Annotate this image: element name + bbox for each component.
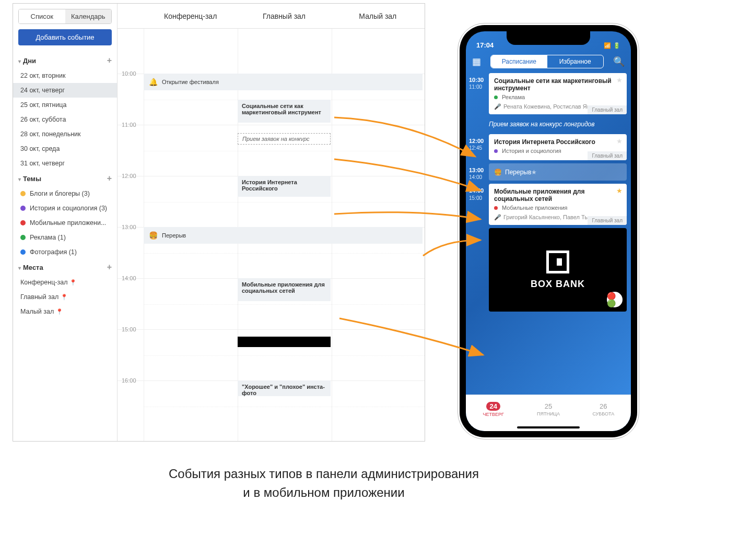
day-item[interactable]: 28 окт, понедельник [13,127,117,141]
caret-icon: ▾ [18,176,21,182]
section-places[interactable]: ▾Места + [13,259,117,275]
event-social[interactable]: Социальные сети как маркетинговый инстру… [238,100,331,123]
ad-fab-button[interactable]: 🔴🟢 [607,292,623,307]
theme-label: История и социология (3) [30,205,107,212]
break-card[interactable]: 🍔 Перерыв ★ [489,163,627,181]
segment-control: Расписание Избранное [490,55,604,68]
notch [507,31,590,45]
event-mobile[interactable]: Мобильные приложения для социальных сете… [238,278,331,301]
time-column: 14:00 15:00 [466,184,489,225]
pin-icon: 📍 [61,294,68,301]
theme-item[interactable]: Реклама (1) [13,230,117,245]
add-event-button[interactable]: Добавить событие [18,29,112,45]
card-title: Мобильные приложения для социальных сете… [494,188,621,202]
ad-block[interactable]: BOX BANK 🔴🟢 [489,228,627,312]
speakers-text: Рената Кожевина, Ростислав Ящин [503,103,598,110]
ad-logo-icon [546,251,569,273]
event-break[interactable]: 🍔 Перерыв [144,227,423,244]
phone-screen: 17:04 📶 🔋 ▦ Расписание Избранное 🔍 10:30… [466,31,631,431]
place-item[interactable]: Малый зал📍 [13,304,117,319]
color-dot-icon [494,96,498,99]
coffee-icon: 🍔 [149,231,158,240]
caption-line: и в мобильном приложении [0,483,648,502]
day-item[interactable]: 24 окт, четверг [13,83,117,98]
bottom-tab[interactable]: 25 ПЯТНИЦА [521,395,576,424]
tab-schedule[interactable]: Расписание [491,55,547,68]
event-opening[interactable]: 🔔 Открытие фестиваля [144,74,423,90]
event-title: Перерыв [162,232,186,239]
time-end: 11:00 [469,84,489,90]
theme-item[interactable]: Мобильные приложени... [13,216,117,230]
dots-icon: 🔴🟢 [607,292,623,307]
event-card[interactable]: Социальные сети как маркетинговый инстру… [489,73,627,114]
day-item[interactable]: 22 окт, вторник [13,68,117,83]
pin-icon: 📍 [69,279,77,286]
theme-label: Реклама (1) [30,234,66,241]
feed-banner[interactable]: Прием заявок на конкурс лонгридов [466,117,631,131]
event-photo[interactable]: "Хорошее" и "плохое" инста-фото [238,380,331,396]
add-place-button[interactable]: + [107,263,112,272]
admin-panel: Список Календарь Добавить событие ▾Дни +… [13,3,425,442]
tab-label: СУББОТА [592,411,614,416]
color-dot-icon [20,206,26,211]
tab-label: ЧЕТВЕРГ [483,412,503,417]
place-item[interactable]: Конференц-зал📍 [13,275,117,290]
event-title: Открытие фестиваля [162,79,219,85]
calendar-grid: Конференц-зал Главный зал Малый зал 10:0… [118,4,425,441]
view-list-button[interactable]: Список [19,9,65,23]
section-themes[interactable]: ▾Темы + [13,171,117,186]
wifi-icon: 📶 [604,42,611,49]
place-item[interactable]: Главный зал📍 [13,290,117,304]
pin-icon: 📍 [56,308,63,315]
search-icon[interactable]: 🔍 [613,56,625,67]
event-banner[interactable] [238,337,331,347]
star-icon[interactable]: ★ [531,169,537,176]
place-label: Конференц-зал [20,279,67,286]
feed-break[interactable]: 13:00 14:00 🍔 Перерыв ★ [466,163,631,181]
theme-item[interactable]: Фотография (1) [13,245,117,259]
feed-item[interactable]: 10:30 11:00 Социальные сети как маркетин… [466,73,631,114]
place-label: Малый зал [20,308,54,315]
theme-item[interactable]: Блоги и блогеры (3) [13,186,117,201]
feed-item[interactable]: 12:00 12:45 История Интернета Российског… [466,134,631,160]
home-indicator[interactable] [466,424,631,431]
add-theme-button[interactable]: + [107,174,112,183]
bottom-tabs: 24 ЧЕТВЕРГ 25 ПЯТНИЦА 26 СУББОТА [466,395,631,424]
event-history[interactable]: История Интернета Российского [238,176,331,197]
event-draft[interactable]: Пpuем заявок на конкvpс [238,133,331,145]
day-item[interactable]: 26 окт, суббота [13,112,117,127]
hour-label: 16:00 [122,377,136,384]
banner-text: Прием заявок на конкурс лонгридов [489,117,627,131]
grid-icon[interactable]: ▦ [472,56,481,67]
add-day-button[interactable]: + [107,56,112,65]
time-end: 14:00 [469,174,489,181]
feed[interactable]: 10:30 11:00 Социальные сети как маркетин… [466,73,631,395]
color-dot-icon [20,235,26,240]
status-icons: 📶 🔋 [604,42,620,49]
feed-item[interactable]: 14:00 15:00 Мобильные приложения для соц… [466,184,631,225]
themes-label: Темы [23,175,41,183]
bottom-tab[interactable]: 26 СУББОТА [576,395,631,424]
color-dot-icon [20,191,26,196]
day-item[interactable]: 30 окт, среда [13,141,117,156]
time-column: 12:00 12:45 [466,134,489,160]
star-icon[interactable]: ★ [616,187,623,195]
sidebar: Список Календарь Добавить событие ▾Дни +… [13,4,118,441]
calendar-body[interactable]: 10:00 11:00 12:00 13:00 14:00 15:00 16:0… [118,29,425,441]
star-icon[interactable]: ★ [616,137,623,145]
tab-favorites[interactable]: Избранное [547,55,604,68]
card-title: История Интернета Российского [494,138,621,146]
event-card[interactable]: Мобильные приложения для социальных сете… [489,184,627,225]
time-column: 13:00 14:00 [466,163,489,181]
event-card[interactable]: История Интернета Российского История и … [489,134,627,160]
theme-item[interactable]: История и социология (3) [13,201,117,216]
day-item[interactable]: 25 окт, пятница [13,98,117,112]
calendar-header: Конференц-зал Главный зал Малый зал [118,4,425,29]
section-days[interactable]: ▾Дни + [13,53,117,68]
view-calendar-button[interactable]: Календарь [65,9,112,23]
card-tag: Мобильные приложения [494,205,621,211]
room-header: Конференц-зал [144,4,237,28]
bottom-tab[interactable]: 24 ЧЕТВЕРГ [466,395,521,424]
day-item[interactable]: 31 окт, четверг [13,156,117,171]
star-icon[interactable]: ★ [616,76,623,84]
